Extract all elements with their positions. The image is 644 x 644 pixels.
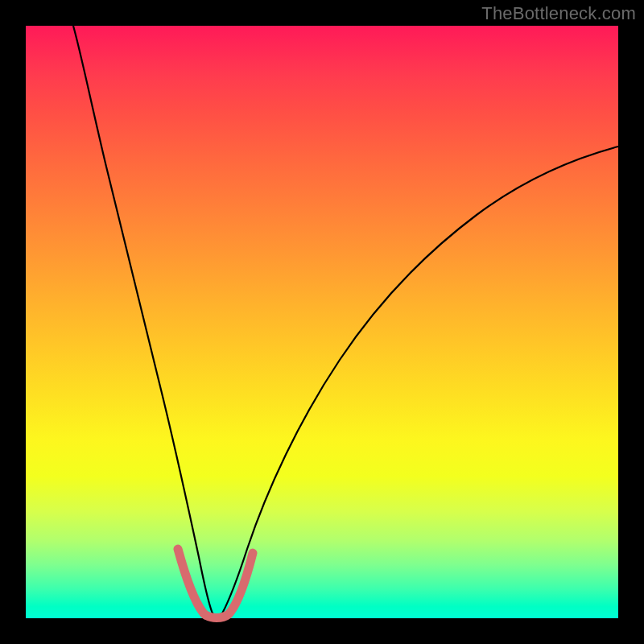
watermark-text: TheBottleneck.com xyxy=(481,3,636,24)
curve-svg xyxy=(26,26,618,618)
bottleneck-curve xyxy=(73,26,618,615)
highlight-segment xyxy=(178,549,253,618)
chart-area xyxy=(26,26,618,618)
